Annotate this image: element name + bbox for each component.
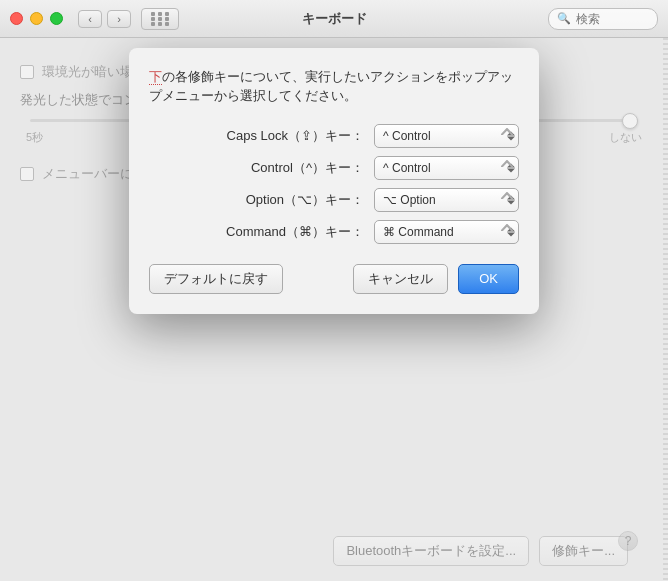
caps-lock-label: Caps Lock（⇪）キー： [204,127,364,145]
caps-lock-select-wrapper[interactable]: ^ Control ⌘ Command ⌥ Option アクションなし [374,124,519,148]
option-select-wrapper[interactable]: ⌥ Option ^ Control ⌘ Command アクションなし [374,188,519,212]
control-select[interactable]: ^ Control ⌘ Command ⌥ Option アクションなし [374,156,519,180]
search-icon: 🔍 [557,12,571,25]
option-select[interactable]: ⌥ Option ^ Control ⌘ Command アクションなし [374,188,519,212]
option-row: Option（⌥）キー： ⌥ Option ^ Control ⌘ Comman… [149,188,519,212]
traffic-lights [10,12,63,25]
modifier-rows: Caps Lock（⇪）キー： ^ Control ⌘ Command ⌥ Op… [149,124,519,244]
zoom-button[interactable] [50,12,63,25]
svg-rect-8 [165,22,169,26]
command-row: Command（⌘）キー： ⌘ Command ^ Control ⌥ Opti… [149,220,519,244]
ok-button[interactable]: OK [458,264,519,294]
modal-buttons: デフォルトに戻す キャンセル OK [149,264,519,294]
modifier-keys-modal: 下の各修飾キーについて、実行したいアクションをポップアップメニューから選択してく… [129,48,539,314]
svg-rect-2 [165,12,169,16]
window-title: キーボード [302,10,367,28]
control-row: Control（^）キー： ^ Control ⌘ Command ⌥ Opti… [149,156,519,180]
nav-buttons: ‹ › [78,10,131,28]
svg-rect-7 [158,22,162,26]
search-input[interactable] [576,12,656,26]
svg-rect-6 [151,22,155,26]
modal-right-buttons: キャンセル OK [353,264,519,294]
control-select-wrapper[interactable]: ^ Control ⌘ Command ⌥ Option アクションなし [374,156,519,180]
caps-lock-row: Caps Lock（⇪）キー： ^ Control ⌘ Command ⌥ Op… [149,124,519,148]
control-label: Control（^）キー： [204,159,364,177]
modal-backdrop: 下の各修飾キーについて、実行したいアクションをポップアップメニューから選択してく… [0,38,668,581]
caps-lock-select[interactable]: ^ Control ⌘ Command ⌥ Option アクションなし [374,124,519,148]
svg-rect-5 [165,17,169,21]
search-bar[interactable]: 🔍 [548,8,658,30]
highlight-text: 下 [149,70,162,85]
command-label: Command（⌘）キー： [204,223,364,241]
default-button[interactable]: デフォルトに戻す [149,264,283,294]
svg-rect-1 [158,12,162,16]
titlebar: ‹ › キーボード 🔍 [0,0,668,38]
svg-rect-3 [151,17,155,21]
close-button[interactable] [10,12,23,25]
command-select[interactable]: ⌘ Command ^ Control ⌥ Option アクションなし [374,220,519,244]
minimize-button[interactable] [30,12,43,25]
svg-rect-0 [151,12,155,16]
command-select-wrapper[interactable]: ⌘ Command ^ Control ⌥ Option アクションなし [374,220,519,244]
app-grid-button[interactable] [141,8,179,30]
back-button[interactable]: ‹ [78,10,102,28]
cancel-button[interactable]: キャンセル [353,264,448,294]
modal-description: 下の各修飾キーについて、実行したいアクションをポップアップメニューから選択してく… [149,68,519,106]
svg-rect-4 [158,17,162,21]
forward-button[interactable]: › [107,10,131,28]
option-label: Option（⌥）キー： [204,191,364,209]
